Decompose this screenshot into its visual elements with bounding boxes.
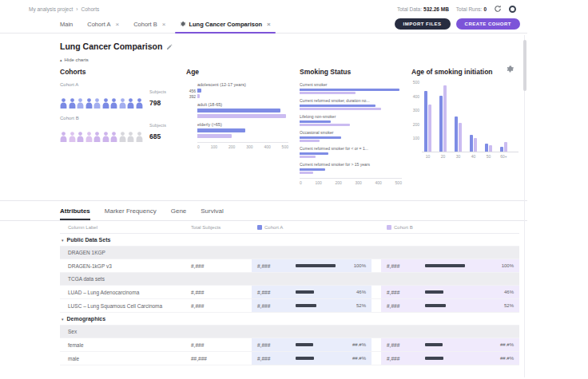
initiation-chart-y-axis: 500400300200100	[411, 82, 422, 152]
person-icon	[110, 98, 117, 109]
cell-bar-track	[425, 343, 465, 346]
cell-value: #,###	[257, 342, 292, 348]
row-total-subjects: #,###	[191, 259, 252, 272]
table-row: LUAD – Lung Adenocarcinoma#,####,###46%#…	[60, 286, 519, 299]
close-icon[interactable]: ×	[162, 21, 166, 28]
initiation-chart-x-axis: 102030405060+	[422, 154, 518, 159]
cohort-a-swatch	[257, 225, 262, 230]
cell-bar-track	[296, 304, 336, 307]
axis-tick-label: 300	[356, 180, 362, 185]
table-row: DRAGEN-1kGP v3#,####,###100%#,###100%	[60, 259, 519, 273]
total-runs-stat: Total Runs:0	[456, 6, 487, 12]
cell-bar	[425, 357, 443, 360]
row-total-subjects: #,###	[191, 299, 252, 312]
scrollbar-thumb[interactable]	[523, 40, 526, 91]
cell-bar-track	[296, 264, 336, 267]
tab-marker-frequency[interactable]: Marker Frequency	[105, 207, 157, 220]
cell-value: #,###	[387, 356, 422, 361]
chart-title: Age	[186, 68, 288, 76]
chart-bar-row: 392	[197, 94, 288, 98]
cohort-b-legend: Cohort B	[381, 225, 519, 230]
chart-bar-cohort-b	[504, 142, 507, 152]
cohort-name: Cohort A	[60, 82, 175, 87]
subjects-label: Subjects	[149, 123, 175, 128]
axis-tick-label: 400	[413, 94, 419, 99]
import-files-button[interactable]: IMPORT FILES	[395, 18, 451, 30]
breadcrumb: My analysis project › Cohorts	[29, 6, 99, 12]
table-subheader-row: DRAGEN 1KGP	[60, 247, 519, 259]
chart-bar-row	[300, 156, 402, 158]
axis-tick-label: 500	[395, 180, 402, 185]
row-total-subjects: #,###	[191, 286, 252, 298]
tab-main[interactable]: Main	[53, 15, 80, 33]
charts-section: Lung Cancer Comparison ▴ Hide charts Coh…	[0, 34, 527, 200]
chart-bar-row	[300, 168, 402, 171]
charts-row: Cohorts Cohort A Subjects 798 Cohort B	[60, 68, 519, 200]
chart-settings-gear-icon[interactable]	[506, 62, 514, 77]
vertical-scrollbar[interactable]	[522, 35, 526, 377]
total-data-value: 532.26 MB	[423, 6, 449, 12]
section-title: Demographics	[67, 316, 106, 322]
cell-percent: ##.#%	[352, 356, 366, 361]
close-icon[interactable]: ×	[267, 21, 271, 28]
tab-lung-cancer-comparison[interactable]: Lung Cancer Comparison ×	[173, 15, 277, 33]
refresh-icon[interactable]	[494, 5, 502, 13]
cell-value: #,###	[387, 290, 422, 295]
smoking-initiation-chart-panel: Age of smoking initiation 50040030020010…	[411, 68, 518, 200]
person-icon	[127, 98, 134, 109]
table-section-row[interactable]: ▾Demographics	[60, 313, 519, 326]
axis-tick-label: 40	[470, 154, 477, 159]
chart-bar-cohort-a	[197, 128, 245, 132]
tab-attributes[interactable]: Attributes	[60, 207, 90, 220]
cohort-b-cell: #,###100%	[381, 259, 519, 272]
chart-bar-row	[300, 140, 402, 142]
axis-tick-label: 500	[413, 80, 419, 85]
cell-bar-track	[425, 304, 465, 307]
analysis-tabs: Attributes Marker Frequency Gene Surviva…	[0, 201, 527, 220]
hide-charts-toggle[interactable]: ▴ Hide charts	[60, 57, 89, 62]
tab-survival[interactable]: Survival	[201, 207, 223, 220]
breadcrumb-cohorts[interactable]: Cohorts	[81, 6, 99, 12]
breadcrumb-project[interactable]: My analysis project	[29, 6, 73, 12]
cell-bar	[425, 304, 446, 307]
cell-value: #,###	[387, 342, 422, 348]
chart-bar-cohort-b	[428, 105, 431, 152]
cell-value: #,###	[257, 290, 292, 295]
chart-bar-cohort-a	[300, 136, 341, 139]
table-subheader-row: Sex	[60, 326, 519, 338]
subjects-value: 685	[149, 132, 161, 140]
axis-tick-label: 300	[413, 108, 419, 113]
table-header: Column Label Total Subjects Cohort A Coh…	[60, 221, 519, 234]
collapse-caret-icon[interactable]: ▾	[62, 317, 64, 322]
row-label: LUAD – Lung Adenocarcinoma	[60, 286, 191, 298]
create-cohort-button[interactable]: CREATE COHORT	[456, 18, 520, 30]
cell-bar	[296, 304, 316, 307]
chart-bar-cohort-a	[485, 144, 488, 152]
cell-value: #,###	[387, 263, 422, 269]
axis-tick-label: 200	[413, 122, 419, 127]
cohort-name: Cohort B	[60, 116, 175, 120]
app-window: My analysis project › Cohorts Total Data…	[0, 0, 527, 379]
cohort-a-cell: #,#####.#%	[252, 338, 371, 351]
person-icon	[93, 132, 101, 142]
smoking-status-chart-panel: Smoking Status Current smokerCurrent ref…	[300, 68, 411, 200]
collapse-caret-icon[interactable]: ▾	[62, 238, 64, 243]
initiation-chart: 500400300200100 102030405060+	[411, 82, 518, 159]
tab-cohort-b[interactable]: Cohort B ×	[126, 15, 173, 33]
cell-bar	[296, 290, 314, 294]
cohort-a-cell: #,###52%	[252, 299, 371, 312]
chart-bar-cohort-a	[197, 89, 201, 93]
chart-bar-cohort-a	[197, 109, 280, 113]
account-ring-icon[interactable]	[509, 6, 516, 13]
person-icon	[85, 98, 93, 109]
person-icon	[77, 132, 84, 142]
close-icon[interactable]: ×	[115, 21, 119, 28]
cohort-b-cell: #,#####.#%	[381, 338, 519, 351]
tab-gene[interactable]: Gene	[171, 207, 187, 220]
tab-cohort-a[interactable]: Cohort A ×	[80, 15, 126, 33]
chart-bar-row	[300, 92, 402, 94]
table-section-row[interactable]: ▾Public Data Sets	[60, 234, 519, 247]
chart-category-group: Current reformed smoker for < or = 1...	[300, 146, 402, 158]
chart-category-group: Current smoker	[300, 82, 402, 94]
edit-pencil-icon[interactable]	[166, 39, 173, 53]
